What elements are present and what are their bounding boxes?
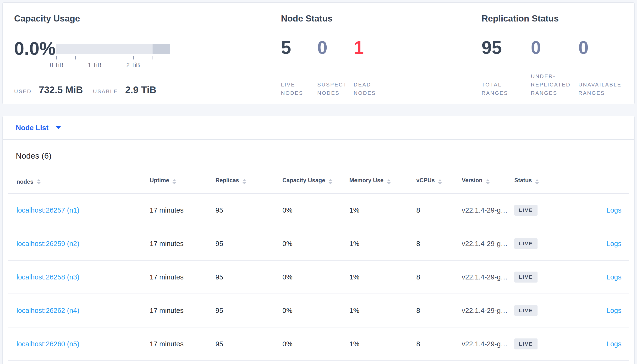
column-header-nodes-label: nodes [17, 178, 34, 185]
dead-nodes-value: 1 [354, 38, 397, 58]
capacity-usage-cell: 0% [282, 240, 349, 248]
node-name-cell: localhost:26257 (n1) [8, 206, 150, 214]
vcpus-cell: 8 [416, 240, 462, 248]
under-replicated-value: 0 [531, 38, 578, 58]
column-header-uptime-label: Uptime [150, 177, 169, 186]
logs-cell: Logs [579, 340, 629, 348]
nodes-table-body: localhost:26257 (n1) 17 minutes 95 0% 1%… [8, 194, 629, 361]
vcpus-cell: 8 [416, 307, 462, 314]
capacity-axis-labels: 0 TiB 1 TiB 2 TiB [56, 62, 170, 69]
sort-icon[interactable] [535, 179, 539, 184]
status-badge: LIVE [514, 238, 537, 249]
total-ranges-label: TOTAL RANGES [482, 80, 531, 97]
capacity-usage-title: Capacity Usage [14, 13, 267, 24]
status-badge: LIVE [514, 305, 537, 316]
sort-icon[interactable] [172, 179, 176, 184]
node-name-cell: localhost:26258 (n3) [8, 273, 150, 281]
logs-cell: Logs [579, 240, 629, 248]
logs-link[interactable]: Logs [606, 206, 621, 214]
total-ranges-stat: 95 TOTAL RANGES [482, 38, 531, 97]
table-row: localhost:26260 (n5) 17 minutes 95 0% 1%… [8, 328, 629, 361]
vcpus-cell: 8 [416, 206, 462, 214]
logs-link[interactable]: Logs [606, 307, 621, 314]
usable-value: 2.9 TiB [125, 84, 156, 95]
column-header-vcpus[interactable]: vCPUs [416, 177, 462, 186]
status-cell: LIVE [514, 205, 579, 216]
view-selector-bar: Node List [3, 116, 634, 140]
replicas-cell: 95 [215, 206, 282, 214]
version-cell: v22.1.4-29-g… [462, 240, 514, 248]
memory-use-cell: 1% [349, 273, 416, 281]
replicas-cell: 95 [215, 340, 282, 348]
under-replicated-label: UNDER- REPLICATED RANGES [531, 72, 578, 97]
column-header-vcpus-label: vCPUs [416, 177, 435, 186]
column-header-replicas[interactable]: Replicas [215, 177, 282, 186]
node-name-cell: localhost:26259 (n2) [8, 240, 150, 248]
unavailable-ranges-value: 0 [578, 38, 631, 58]
used-label: USED [14, 88, 32, 94]
nodes-table-card: Nodes (6) nodes Uptime Replicas Capacity… [3, 140, 634, 364]
capacity-gauge: 0.0% 0 TiB 1 TiB 2 TiB [14, 39, 267, 69]
capacity-bar-chart: 0 TiB 1 TiB 2 TiB [56, 44, 170, 69]
nodes-section-title: Nodes (6) [16, 151, 634, 160]
status-badge: LIVE [514, 205, 537, 216]
nodes-table-header: nodes Uptime Replicas Capacity Usage Mem… [8, 170, 629, 194]
uptime-cell: 17 minutes [150, 206, 215, 214]
version-cell: v22.1.4-29-g… [462, 307, 514, 314]
table-row: localhost:26259 (n2) 17 minutes 95 0% 1%… [8, 227, 629, 260]
sort-icon[interactable] [37, 179, 41, 184]
node-link[interactable]: localhost:26258 (n3) [17, 273, 79, 281]
memory-use-cell: 1% [349, 206, 416, 214]
sort-icon[interactable] [486, 179, 490, 184]
column-header-version[interactable]: Version [462, 177, 514, 186]
logs-cell: Logs [579, 206, 629, 214]
capacity-usage-section: Capacity Usage 0.0% 0 TiB 1 TiB 2 TiB [14, 13, 267, 95]
cluster-overview-page: Capacity Usage 0.0% 0 TiB 1 TiB 2 TiB [0, 0, 637, 364]
vcpus-cell: 8 [416, 340, 462, 348]
node-link[interactable]: localhost:26262 (n4) [17, 307, 79, 314]
replication-status-stats: 95 TOTAL RANGES 0 UNDER- REPLICATED RANG… [482, 38, 634, 97]
live-nodes-stat: 5 LIVE NODES [281, 38, 317, 97]
column-header-capacity-usage[interactable]: Capacity Usage [282, 177, 349, 186]
column-header-capacity-usage-label: Capacity Usage [282, 177, 325, 186]
suspect-nodes-label: SUSPECT NODES [317, 80, 354, 97]
logs-link[interactable]: Logs [606, 340, 621, 348]
column-header-status[interactable]: Status [514, 177, 579, 186]
replicas-cell: 95 [215, 307, 282, 314]
capacity-usage-cell: 0% [282, 273, 349, 281]
version-cell: v22.1.4-29-g… [462, 340, 514, 348]
node-list-dropdown[interactable]: Node List [16, 124, 61, 132]
chevron-down-icon [56, 126, 61, 129]
column-header-memory-use[interactable]: Memory Use [349, 177, 416, 186]
uptime-cell: 17 minutes [150, 340, 215, 348]
sort-icon[interactable] [387, 179, 391, 184]
capacity-usage-cell: 0% [282, 340, 349, 348]
table-row: localhost:26257 (n1) 17 minutes 95 0% 1%… [8, 194, 629, 227]
node-link[interactable]: localhost:26259 (n2) [17, 240, 79, 248]
capacity-bar-dark-segment [153, 44, 170, 54]
column-header-nodes[interactable]: nodes [8, 178, 150, 185]
suspect-nodes-stat: 0 SUSPECT NODES [317, 38, 354, 97]
replicas-cell: 95 [215, 273, 282, 281]
node-link[interactable]: localhost:26260 (n5) [17, 340, 79, 348]
sort-icon[interactable] [329, 179, 332, 184]
sort-icon[interactable] [242, 179, 246, 184]
cluster-summary-card: Capacity Usage 0.0% 0 TiB 1 TiB 2 TiB [3, 2, 634, 104]
axis-label-0tib: 0 TiB [50, 62, 64, 68]
under-replicated-stat: 0 UNDER- REPLICATED RANGES [531, 38, 578, 97]
column-header-status-label: Status [514, 177, 532, 186]
column-header-uptime[interactable]: Uptime [150, 177, 215, 186]
status-badge: LIVE [514, 338, 537, 350]
capacity-usage-cell: 0% [282, 206, 349, 214]
logs-cell: Logs [579, 273, 629, 281]
logs-link[interactable]: Logs [606, 240, 621, 248]
node-link[interactable]: localhost:26257 (n1) [17, 206, 79, 214]
logs-link[interactable]: Logs [606, 273, 621, 281]
column-header-version-label: Version [462, 177, 483, 186]
axis-label-2tib: 2 TiB [127, 62, 140, 68]
uptime-cell: 17 minutes [150, 307, 215, 314]
column-header-memory-use-label: Memory Use [349, 177, 384, 186]
unavailable-ranges-label: UNAVAILABLE RANGES [578, 80, 631, 97]
sort-icon[interactable] [438, 179, 442, 184]
status-cell: LIVE [514, 272, 579, 282]
